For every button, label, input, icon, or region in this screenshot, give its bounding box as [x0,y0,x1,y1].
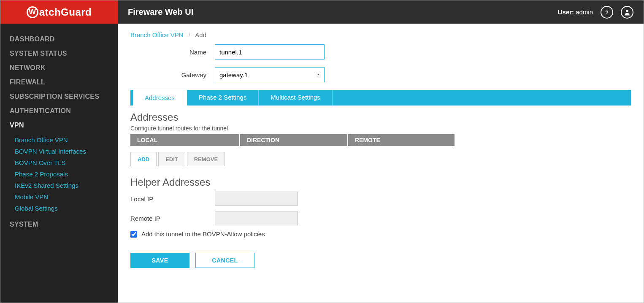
sidebar-item-system-status[interactable]: SYSTEM STATUS [0,46,118,61]
main-content: Branch Office VPN / Add Name Gateway gat… [118,24,644,303]
sidebar-vpn-submenu: Branch Office VPN BOVPN Virtual Interfac… [0,133,118,217]
top-bar: WatchGuard Fireware Web UI User: admin ? [0,0,644,24]
sidebar-item-dashboard[interactable]: DASHBOARD [0,32,118,46]
addresses-description: Configure tunnel routes for the tunnel [130,125,631,132]
sidebar-sub-ikev2-shared-settings[interactable]: IKEv2 Shared Settings [0,180,118,191]
addresses-heading: Addresses [130,111,631,123]
sidebar-item-vpn[interactable]: VPN [0,118,118,133]
name-input[interactable] [215,44,325,60]
add-button[interactable]: ADD [130,152,157,166]
sidebar-sub-mobile-vpn[interactable]: Mobile VPN [0,191,118,203]
col-direction: DIRECTION [240,134,348,146]
remote-ip-input[interactable] [215,211,298,225]
tab-addresses[interactable]: Addresses [133,90,187,106]
cancel-button[interactable]: CANCEL [195,253,254,268]
col-local: LOCAL [130,134,240,146]
svg-point-1 [626,10,628,12]
tab-strip: Addresses Phase 2 Settings Multicast Set… [130,90,631,106]
gateway-select[interactable]: gateway.1 [215,67,325,82]
sidebar-sub-bovpn-virtual-interfaces[interactable]: BOVPN Virtual Interfaces [0,146,118,157]
helper-heading: Helper Addresses [130,176,631,188]
tab-phase2-settings[interactable]: Phase 2 Settings [187,90,259,106]
gateway-label: Gateway [130,71,215,78]
name-label: Name [130,49,215,56]
user-label: User: admin [558,8,593,16]
bovpn-allow-label: Add this tunnel to the BOVPN-Allow polic… [141,230,265,238]
sidebar-item-system[interactable]: SYSTEM [0,217,118,232]
breadcrumb-current: Add [195,31,206,38]
local-ip-input[interactable] [215,192,298,206]
remote-ip-label: Remote IP [130,215,215,222]
remove-button[interactable]: REMOVE [187,152,225,166]
logo-mark-icon: W [27,6,38,18]
routes-table: LOCAL DIRECTION REMOTE [130,134,455,146]
sidebar-sub-branch-office-vpn[interactable]: Branch Office VPN [0,134,118,146]
sidebar-item-network[interactable]: NETWORK [0,61,118,75]
breadcrumb-parent[interactable]: Branch Office VPN [130,31,184,38]
app-title: Fireware Web UI [128,7,193,17]
logo-text: atchGuard [39,6,92,18]
sidebar: DASHBOARD SYSTEM STATUS NETWORK FIREWALL… [0,24,118,303]
bovpn-allow-checkbox[interactable] [130,231,137,238]
svg-text:?: ? [605,9,608,15]
local-ip-label: Local IP [130,195,215,203]
breadcrumb: Branch Office VPN / Add [130,31,631,38]
sidebar-sub-bovpn-over-tls[interactable]: BOVPN Over TLS [0,157,118,168]
sidebar-sub-global-settings[interactable]: Global Settings [0,203,118,214]
edit-button[interactable]: EDIT [158,152,185,166]
save-button[interactable]: SAVE [130,253,189,268]
user-icon[interactable] [621,6,633,19]
sidebar-item-firewall[interactable]: FIREWALL [0,75,118,89]
sidebar-item-authentication[interactable]: AUTHENTICATION [0,104,118,118]
help-icon[interactable]: ? [601,6,613,19]
col-remote: REMOTE [348,134,455,146]
sidebar-item-subscription-services[interactable]: SUBSCRIPTION SERVICES [0,89,118,104]
sidebar-sub-phase2-proposals[interactable]: Phase 2 Proposals [0,168,118,180]
tab-multicast-settings[interactable]: Multicast Settings [259,90,333,106]
brand-logo: WatchGuard [0,0,118,24]
